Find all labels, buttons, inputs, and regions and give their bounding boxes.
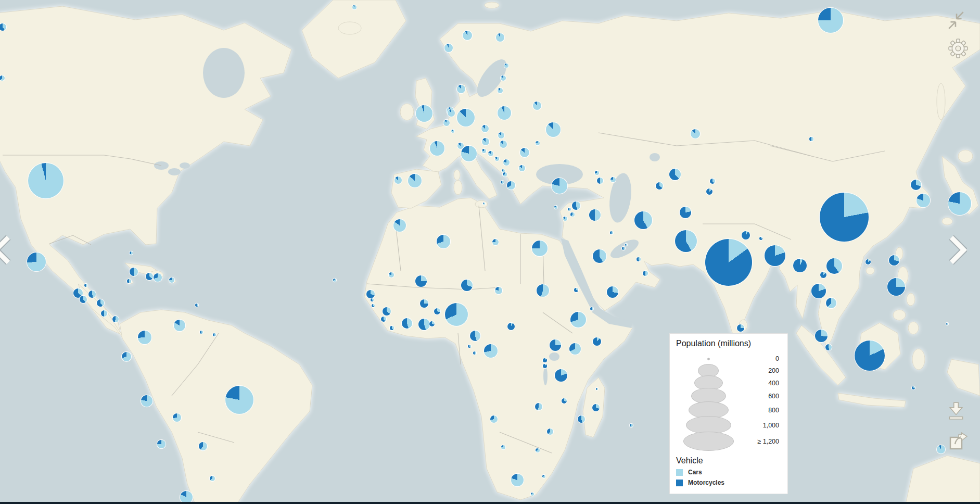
- pie-israel[interactable]: [563, 217, 567, 221]
- pie-kyrgyzstan[interactable]: [710, 179, 715, 184]
- pie-south-korea[interactable]: [917, 194, 930, 207]
- pie-south-africa[interactable]: [511, 474, 524, 486]
- settings-gear-icon[interactable]: [948, 39, 968, 58]
- pie-namibia[interactable]: [501, 445, 505, 449]
- pie-burkina-faso[interactable]: [420, 299, 428, 308]
- pie-austria[interactable]: [482, 138, 489, 145]
- pie-dr-congo[interactable]: [484, 344, 498, 358]
- pie-lesotho[interactable]: [531, 493, 534, 496]
- pie-sri-lanka[interactable]: [737, 324, 744, 332]
- pie-chad[interactable]: [495, 287, 502, 294]
- pie-belarus[interactable]: [533, 102, 541, 110]
- pie-eritrea[interactable]: [574, 288, 578, 292]
- pie-paraguay[interactable]: [199, 442, 207, 450]
- pie-uzbekistan[interactable]: [669, 169, 681, 180]
- pie-swaziland[interactable]: [542, 475, 545, 478]
- pie-armenia[interactable]: [610, 177, 616, 182]
- pie-malaysia[interactable]: [815, 330, 828, 342]
- pie-bosnia[interactable]: [495, 157, 499, 161]
- pie-chile[interactable]: [157, 440, 166, 448]
- pie-kenya[interactable]: [569, 343, 581, 355]
- pie-peru[interactable]: [141, 395, 152, 407]
- pie-central-african-republic[interactable]: [507, 323, 515, 330]
- pie-guyana[interactable]: [200, 331, 203, 334]
- pie-comoros[interactable]: [596, 388, 598, 390]
- pie-united-kingdom[interactable]: [416, 105, 432, 122]
- pie-guinea-bissau[interactable]: [372, 304, 375, 307]
- pie-bangladesh[interactable]: [765, 245, 785, 266]
- pie-timor[interactable]: [912, 386, 915, 389]
- pie-philippines[interactable]: [887, 278, 905, 296]
- pie-madagascar[interactable]: [592, 404, 600, 411]
- pie-thailand[interactable]: [811, 284, 826, 298]
- pan-left-button[interactable]: [0, 234, 11, 266]
- pie-pakistan[interactable]: [675, 230, 697, 252]
- pie-latvia[interactable]: [501, 75, 506, 81]
- download-icon[interactable]: [947, 401, 965, 421]
- pie-djibouti[interactable]: [590, 307, 593, 310]
- pie-germany[interactable]: [457, 109, 475, 127]
- pie-tanzania[interactable]: [555, 369, 567, 382]
- pie-hungary[interactable]: [500, 141, 507, 148]
- pie-denmark[interactable]: [457, 85, 465, 93]
- legend-entry-motorcycles[interactable]: Motorcycles: [676, 479, 783, 486]
- pie-ukraine[interactable]: [546, 122, 561, 137]
- pie-algeria[interactable]: [437, 235, 450, 248]
- pie-russia[interactable]: [818, 8, 843, 33]
- pie-nepal[interactable]: [742, 231, 750, 240]
- pie-malta[interactable]: [483, 203, 485, 205]
- pie-portugal[interactable]: [394, 177, 402, 184]
- pie-japan[interactable]: [948, 192, 971, 215]
- pie-serbia[interactable]: [503, 159, 510, 166]
- pie-niger[interactable]: [461, 280, 473, 291]
- pie-angola[interactable]: [490, 415, 498, 423]
- pie-togo[interactable]: [429, 321, 435, 326]
- pie-mexico[interactable]: [27, 253, 46, 271]
- pie-iran[interactable]: [634, 211, 652, 229]
- pie-el-salvador[interactable]: [80, 296, 87, 303]
- pie-qatar[interactable]: [622, 247, 625, 250]
- pie-kazakhstan[interactable]: [691, 129, 700, 138]
- pie-macedonia[interactable]: [503, 172, 507, 177]
- pie-cambodia[interactable]: [826, 298, 836, 308]
- pie-equatorial-guinea[interactable]: [468, 345, 471, 348]
- pie-costa-rica[interactable]: [101, 310, 107, 317]
- pie-panama[interactable]: [112, 316, 119, 322]
- pie-poland[interactable]: [498, 106, 511, 120]
- pie-afghanistan[interactable]: [680, 207, 691, 218]
- pie-bhutan[interactable]: [759, 237, 762, 240]
- pie-jamaica[interactable]: [127, 279, 131, 283]
- pie-rwanda[interactable]: [543, 358, 547, 362]
- pie-senegal[interactable]: [366, 290, 375, 298]
- pie-malawi[interactable]: [562, 398, 567, 404]
- pie-laos[interactable]: [820, 272, 826, 278]
- pie-taiwan[interactable]: [889, 255, 899, 266]
- pie-slovakia[interactable]: [498, 132, 504, 138]
- pie-trinidad[interactable]: [195, 304, 198, 307]
- share-icon[interactable]: [948, 432, 968, 451]
- pie-cuba[interactable]: [130, 268, 138, 276]
- pie-liberia[interactable]: [390, 326, 394, 330]
- pie-saudi-arabia[interactable]: [593, 249, 606, 263]
- pie-ethiopia[interactable]: [570, 312, 586, 327]
- pie-vietnam[interactable]: [826, 258, 842, 274]
- pie-gabon[interactable]: [473, 351, 476, 355]
- pie-zimbabwe[interactable]: [547, 429, 553, 435]
- pie-cape-verde[interactable]: [333, 279, 336, 282]
- pie-italy[interactable]: [461, 146, 477, 161]
- pie-sweden[interactable]: [463, 31, 472, 40]
- pie-guinea[interactable]: [383, 307, 391, 316]
- pie-sudan[interactable]: [537, 284, 549, 297]
- pie-belgium[interactable]: [443, 120, 450, 126]
- pie-estonia[interactable]: [504, 64, 508, 68]
- pie-yemen[interactable]: [607, 286, 618, 298]
- pie-iceland[interactable]: [352, 5, 357, 9]
- pie-syria[interactable]: [572, 201, 580, 210]
- pie-cameroon[interactable]: [470, 331, 480, 341]
- pie-moldova[interactable]: [536, 141, 540, 145]
- pie-edge-pie-1[interactable]: [0, 23, 6, 31]
- pie-lebanon[interactable]: [568, 208, 571, 211]
- pie-turkey[interactable]: [552, 178, 567, 194]
- pie-georgia[interactable]: [595, 171, 599, 175]
- pie-bahamas[interactable]: [130, 251, 133, 255]
